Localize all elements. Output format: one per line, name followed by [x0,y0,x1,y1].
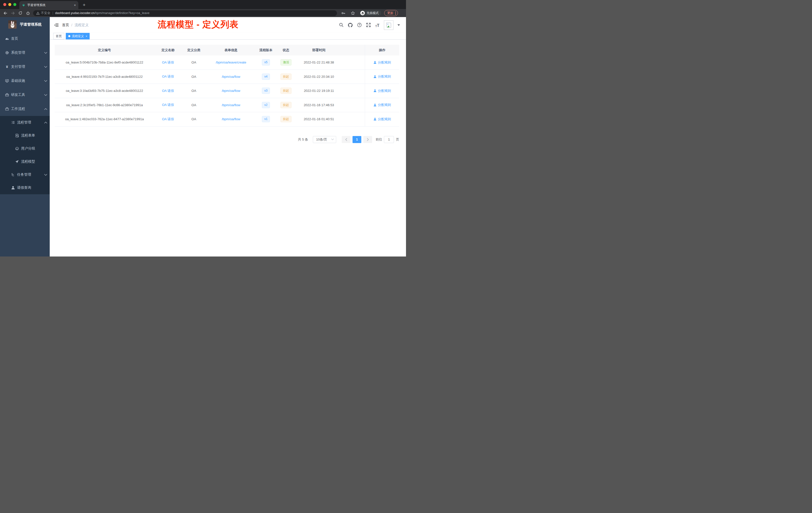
key-icon[interactable] [340,10,347,16]
definition-name-link[interactable]: OA 请假 [162,60,174,65]
prev-page-button[interactable] [342,136,350,143]
url-bar[interactable]: 不安全 dashboard.yudao.iocoder.cn/bpm/manag… [33,10,337,16]
toolbox-icon [5,93,9,97]
sidebar-item-task-manage[interactable]: 任务管理 [0,168,50,181]
svg-text:?: ? [358,23,360,26]
sidebar-item-user-group[interactable]: 用户分组 [0,142,50,155]
definition-id: oa_leave:5:004b710b-7b8a-11ec-8ef0-acde4… [66,60,143,64]
next-page-button[interactable] [363,136,372,143]
sidebar-item-label: 流程模型 [21,159,35,164]
assign-rule-link[interactable]: 分配规则 [373,117,391,121]
sidebar-item-label: 工作流程 [11,107,25,111]
sidebar-item-infra[interactable]: 基础设施 [0,74,50,88]
help-icon[interactable]: ? [357,23,362,28]
fullscreen-icon[interactable] [366,23,371,28]
form-link[interactable]: /bpm/oa/flow [222,103,240,107]
definition-name-link[interactable]: OA 请假 [162,117,174,121]
new-tab-button[interactable]: + [81,2,87,8]
tag-home[interactable]: 首页 [53,33,64,39]
sidebar-item-payment[interactable]: ¥支付管理 [0,60,50,74]
deploy-time: 2022-01-16 01:40:51 [304,117,334,121]
github-icon[interactable] [348,23,353,28]
sidebar-fold-icon[interactable] [52,21,61,30]
sidebar-logo[interactable]: 芋道管理系统 [0,17,50,32]
tab-title: 芋道管理系统 [27,3,46,7]
definition-name-link[interactable]: OA 请假 [162,74,174,79]
window-maximize-button[interactable] [13,3,16,6]
sidebar-item-process-manage[interactable]: 流程管理 [0,116,50,129]
row-spacer [342,112,365,126]
form-link[interactable]: /bpm/oa/flow [222,75,240,79]
sidebar-item-home[interactable]: 首页 [0,32,50,46]
assign-rule-link[interactable]: 分配规则 [373,89,391,93]
assign-rule-link[interactable]: 分配规则 [373,103,391,107]
form-link[interactable]: /bpm/oa/leave/create [216,60,246,64]
tree-icon [11,173,15,177]
status-badge: 挂起 [281,102,291,108]
sidebar-item-system[interactable]: 系统管理 [0,46,50,60]
chevron-down-icon [44,173,48,177]
window-minimize-button[interactable] [8,3,11,6]
app-title: 芋道管理系统 [20,22,42,27]
update-button[interactable]: 更新 [384,10,398,16]
sidebar-item-process-model[interactable]: 流程模型 [0,155,50,168]
chevron-down-icon [44,51,48,55]
sidebar-item-leave-query[interactable]: 请假查询 [0,181,50,194]
back-icon[interactable] [1,10,9,16]
window-close-button[interactable] [3,3,6,6]
screen: { "browser": { "tab_title": "芋道管理系统", "t… [0,0,406,256]
forward-icon[interactable] [9,10,17,16]
chevron-down-icon [44,93,48,97]
column-header: 操作 [365,45,399,56]
form-icon [15,133,19,138]
page-size-select[interactable]: 10条/页 [313,136,336,143]
column-header: 表单信息 [206,45,256,56]
row-spacer [342,56,365,69]
briefcase-icon [5,107,9,111]
page-unit-label: 页 [396,137,399,142]
security-label: 不安全 [41,11,51,15]
version-badge: v4 [262,73,270,80]
status-badge: 挂起 [281,116,291,122]
tab-close-icon[interactable]: × [74,3,76,7]
tag-process-definition[interactable]: 流程定义 × [66,33,90,39]
pagination: 共 5 条 10条/页 1 前往 页 [55,136,399,143]
column-header: 定义编号 [55,45,154,56]
sidebar-item-workflow[interactable]: 工作流程 [0,102,50,116]
table-header-row: 定义编号 定义名称 定义分类 表单信息 流程版本 状态 部署时间 操作 [55,45,399,56]
sidebar-item-label: 研发工具 [11,93,25,97]
reload-icon[interactable] [17,10,24,16]
deploy-time: 2022-01-22 20:34:10 [304,75,334,79]
assign-rule-link[interactable]: 分配规则 [373,60,391,65]
chevron-down-icon [44,65,48,69]
breadcrumb-home[interactable]: 首页 [62,23,69,27]
form-link[interactable]: /bpm/oa/flow [222,117,240,121]
sidebar-item-process-form[interactable]: 流程表单 [0,129,50,142]
browser-menu-icon[interactable] [395,11,396,15]
tag-close-icon[interactable]: × [86,35,87,38]
search-icon[interactable] [339,23,344,28]
definition-category: OA [192,60,196,64]
header-actions: ? TT [339,20,406,30]
definition-name-link[interactable]: OA 请假 [162,89,174,93]
sidebar-item-devtools[interactable]: 研发工具 [0,88,50,102]
form-link[interactable]: /bpm/oa/flow [222,89,240,93]
table-row: oa_leave:1:482ec033-762a-11ec-8477-a2380… [55,112,399,126]
bookmark-star-icon[interactable] [349,10,356,16]
goto-page-input[interactable] [384,136,394,143]
status-badge: 挂起 [281,88,291,94]
home-icon[interactable] [24,10,32,16]
definition-name-link[interactable]: OA 请假 [162,103,174,107]
main-content: 定义编号 定义名称 定义分类 表单信息 流程版本 状态 部署时间 操作 oa_l… [50,40,406,256]
avatar-dropdown-icon[interactable] [398,24,400,26]
sidebar-item-label: 基础设施 [11,79,25,83]
browser-tab[interactable]: 芋道管理系统 × [19,1,78,9]
current-page-button[interactable]: 1 [352,136,361,143]
deploy-time: 2022-01-22 19:19:11 [304,89,334,93]
font-size-icon[interactable]: TT [375,23,380,28]
page-size-value: 10条/页 [316,137,327,142]
sidebar-item-label: 请假查询 [17,185,31,190]
sidebar-menu: 首页系统管理¥支付管理基础设施研发工具工作流程 [0,32,50,116]
assign-rule-link[interactable]: 分配规则 [373,74,391,79]
avatar[interactable] [384,20,394,30]
